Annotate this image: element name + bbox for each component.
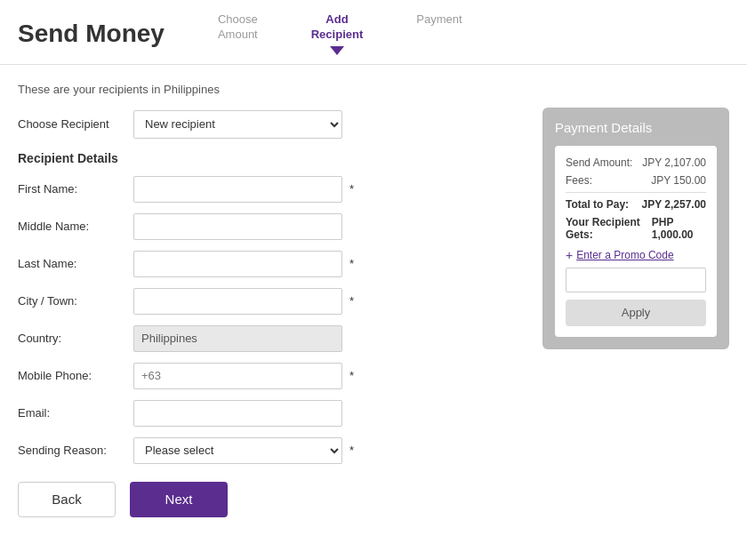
divider: [566, 192, 706, 193]
send-amount-value: JPY 2,107.00: [642, 156, 706, 169]
middle-name-input[interactable]: [133, 213, 342, 240]
city-town-row: City / Town: *: [18, 288, 525, 315]
sending-reason-label: Sending Reason:: [18, 444, 133, 457]
middle-name-row: Middle Name:: [18, 213, 525, 240]
email-label: Email:: [18, 406, 133, 420]
fees-row: Fees: JPY 150.00: [566, 174, 706, 187]
city-town-required: *: [349, 294, 354, 308]
section-title: Recipient Details: [18, 151, 525, 165]
recipient-gets-label: Your Recipient Gets:: [566, 216, 652, 241]
step-choose-amount-label: ChooseAmount: [218, 12, 258, 43]
email-input[interactable]: [133, 400, 342, 427]
promo-plus-icon: +: [566, 248, 573, 262]
total-pay-label: Total to Pay:: [566, 198, 629, 211]
step-add-recipient[interactable]: AddRecipient: [311, 12, 364, 55]
total-pay-value: JPY 2,257.00: [641, 198, 706, 211]
city-town-input[interactable]: [133, 288, 342, 315]
promo-link-row: + Enter a Promo Code: [566, 248, 706, 262]
mobile-phone-required: *: [349, 369, 354, 382]
next-button[interactable]: Next: [130, 482, 228, 517]
first-name-label: First Name:: [18, 182, 133, 196]
main-content: These are your recipients in Philippines…: [0, 65, 747, 526]
send-amount-row: Send Amount: JPY 2,107.00: [566, 156, 706, 169]
send-amount-label: Send Amount:: [566, 156, 632, 169]
header: Send Money ChooseAmount AddRecipient Pay…: [0, 0, 747, 65]
mobile-phone-label: Mobile Phone:: [18, 369, 133, 382]
first-name-input[interactable]: [133, 176, 342, 203]
step-active-arrow: [330, 46, 344, 55]
last-name-label: Last Name:: [18, 257, 133, 270]
button-row: Back Next: [18, 482, 525, 517]
choose-recipient-row: Choose Recipient New recipient Existing …: [18, 110, 525, 139]
middle-name-label: Middle Name:: [18, 220, 133, 233]
sending-reason-select[interactable]: Please select Family Support Education B…: [133, 437, 342, 464]
first-name-required: *: [349, 182, 354, 196]
page-title: Send Money: [18, 20, 165, 48]
last-name-required: *: [349, 257, 354, 270]
step-choose-amount[interactable]: ChooseAmount: [218, 12, 258, 43]
step-add-recipient-label: AddRecipient: [311, 12, 364, 43]
right-panel: Payment Details Send Amount: JPY 2,107.0…: [542, 83, 729, 517]
choose-recipient-label: Choose Recipient: [18, 117, 133, 131]
sending-reason-required: *: [349, 444, 354, 457]
country-input: [133, 325, 342, 352]
mobile-phone-input[interactable]: [133, 363, 342, 389]
left-panel: These are your recipients in Philippines…: [18, 83, 525, 517]
last-name-row: Last Name: *: [18, 251, 525, 277]
promo-code-input[interactable]: [566, 268, 706, 292]
fees-label: Fees:: [566, 174, 592, 187]
last-name-input[interactable]: [133, 251, 342, 277]
step-payment[interactable]: Payment: [416, 12, 462, 28]
payment-details-title: Payment Details: [555, 120, 717, 135]
fees-value: JPY 150.00: [651, 174, 706, 187]
promo-code-link[interactable]: Enter a Promo Code: [576, 249, 673, 261]
choose-recipient-select[interactable]: New recipient Existing recipient: [133, 110, 342, 139]
sending-reason-row: Sending Reason: Please select Family Sup…: [18, 437, 525, 464]
city-town-label: City / Town:: [18, 294, 133, 308]
mobile-phone-row: Mobile Phone: *: [18, 363, 525, 389]
apply-button[interactable]: Apply: [566, 300, 706, 326]
country-row: Country:: [18, 325, 525, 352]
recipient-gets-row: Your Recipient Gets: PHP 1,000.00: [566, 216, 706, 241]
total-pay-row: Total to Pay: JPY 2,257.00: [566, 198, 706, 211]
form-subtitle: These are your recipients in Philippines: [18, 83, 525, 96]
country-label: Country:: [18, 332, 133, 345]
steps-nav: ChooseAmount AddRecipient Payment: [218, 12, 462, 55]
email-row: Email:: [18, 400, 525, 427]
back-button[interactable]: Back: [18, 482, 116, 517]
first-name-row: First Name: *: [18, 176, 525, 203]
payment-details-inner: Send Amount: JPY 2,107.00 Fees: JPY 150.…: [555, 146, 717, 337]
recipient-gets-value: PHP 1,000.00: [652, 216, 706, 241]
payment-details-panel: Payment Details Send Amount: JPY 2,107.0…: [542, 108, 729, 349]
step-payment-label: Payment: [416, 12, 462, 28]
